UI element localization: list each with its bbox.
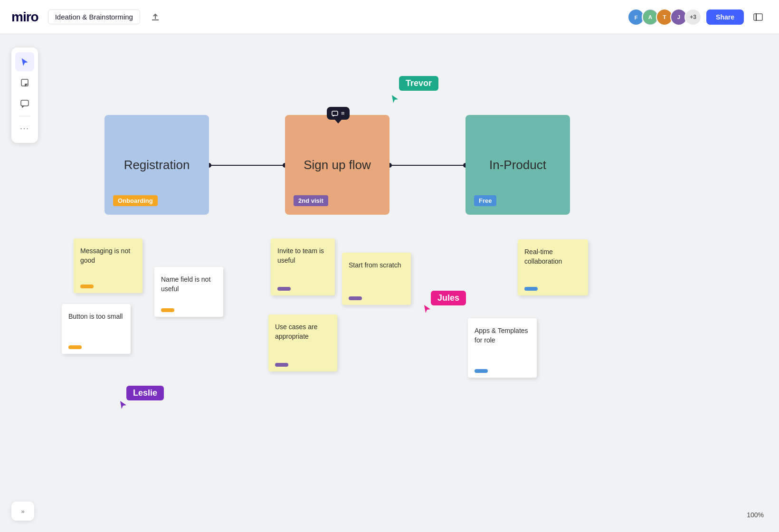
upload-button[interactable] [146,8,165,27]
start-scratch-dot [349,296,362,300]
svg-text:J: J [677,14,680,20]
name-field-sticky[interactable]: Name field is not useful [154,267,223,317]
apps-templates-text: Apps & Templates for role [475,327,528,344]
use-cases-dot [275,363,288,367]
left-toolbar: ··· [11,48,38,143]
registration-node[interactable]: Registration Onboarding [104,115,209,215]
navbar: miro Ideation & Brainstorming F A T J [0,0,779,34]
realtime-dot [524,287,538,291]
invite-sticky[interactable]: Invite to team is useful [271,238,335,295]
more-tools-button[interactable]: ··· [15,119,34,138]
comment-icon: ≡ [341,110,345,117]
comment-tool-button[interactable] [15,94,34,113]
share-button[interactable]: Share [706,10,744,25]
second-visit-tag: 2nd visit [294,195,328,206]
button-small-sticky[interactable]: Button is too small [62,304,131,354]
realtime-text: Real-time collaboration [524,248,562,265]
use-cases-sticky[interactable]: Use cases are appropriate [268,314,337,371]
menu-icon-button[interactable] [749,8,768,27]
jules-cursor-group: Jules [420,291,456,305]
inproduct-label: In-Product [489,158,546,172]
jules-cursor-icon [423,304,432,317]
svg-text:F: F [635,14,638,20]
trevor-label: Trevor [399,76,438,91]
signup-node[interactable]: Sign up flow 2nd visit [285,115,390,215]
jules-label: Jules [431,291,466,305]
avatar-group: F A T J +3 [627,9,702,26]
button-small-text: Button is too small [68,313,123,320]
registration-label: Registration [124,158,190,172]
comment-bubble[interactable]: ≡ [327,107,350,120]
start-scratch-text: Start from scratch [349,261,401,269]
apps-templates-dot [475,369,488,373]
name-field-text: Name field is not useful [161,276,210,293]
cursor-tool-button[interactable] [15,52,34,71]
svg-rect-8 [754,14,762,20]
signup-label: Sign up flow [304,158,371,172]
start-scratch-sticky[interactable]: Start from scratch [342,253,411,305]
messaging-text: Messaging is not good [80,247,130,264]
use-cases-text: Use cases are appropriate [275,323,317,340]
board-title[interactable]: Ideation & Brainstorming [48,10,140,24]
button-small-dot [68,345,82,349]
app-logo: miro [11,10,38,25]
toolbar-divider [19,116,30,116]
canvas: Registration Onboarding Sign up flow 2nd… [0,34,779,532]
free-tag: Free [474,195,496,206]
svg-text:T: T [663,14,666,20]
onboarding-tag: Onboarding [113,195,158,206]
svg-text:A: A [648,14,653,20]
leslie-label: Leslie [126,386,164,400]
invite-text: Invite to team is useful [277,247,324,264]
realtime-sticky[interactable]: Real-time collaboration [518,239,588,295]
nav-right: F A T J +3 Share [627,8,768,27]
avatar-count[interactable]: +3 [684,9,702,26]
apps-templates-sticky[interactable]: Apps & Templates for role [468,318,537,378]
svg-rect-18 [332,111,338,115]
invite-dot [277,287,291,291]
messaging-sticky[interactable]: Messaging is not good [74,238,142,293]
leslie-cursor-icon [119,400,128,413]
messaging-dot [80,285,94,288]
svg-rect-11 [21,100,28,106]
trevor-cursor-icon [390,94,400,107]
inproduct-node[interactable]: In-Product Free [466,115,570,215]
trevor-cursor-group: Trevor [385,76,424,91]
sticky-note-tool-button[interactable] [15,73,34,92]
name-field-dot [161,308,174,312]
svg-rect-10 [21,79,28,86]
leslie-cursor-group: Leslie [118,386,155,400]
